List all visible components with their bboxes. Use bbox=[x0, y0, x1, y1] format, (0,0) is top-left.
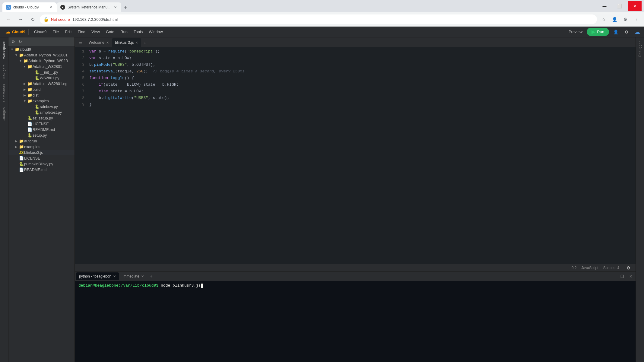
user-icon[interactable]: ☁ bbox=[633, 28, 642, 36]
workspace-label[interactable]: Workspace bbox=[1, 39, 7, 61]
forward-button[interactable]: → bbox=[16, 14, 25, 24]
tree-license[interactable]: 📄 LICENSE bbox=[8, 121, 75, 127]
examples-arrow: ▼ bbox=[22, 99, 27, 103]
terminal-content[interactable]: debian@beaglebone:/var/lib/cloud9$ node … bbox=[75, 281, 636, 362]
address-input[interactable]: 🔒 Not secure 192.168.7.2:3000/ide.html bbox=[40, 14, 597, 24]
filetree-settings-icon[interactable]: ⚙ bbox=[10, 39, 16, 45]
adafruit2-label: Adafruit_Python_WS2B bbox=[28, 59, 68, 63]
tree-ws2801-py[interactable]: 🐍 WS2801.py bbox=[8, 75, 75, 81]
menu-tools[interactable]: Tools bbox=[131, 28, 146, 35]
root-folder-icon: 📁 bbox=[14, 47, 20, 52]
tree-examples-root[interactable]: ▶ 📁 examples bbox=[8, 144, 75, 150]
security-label: Not secure bbox=[51, 17, 70, 22]
commands-label[interactable]: Commands bbox=[1, 81, 7, 104]
menu-run[interactable]: Run bbox=[117, 28, 131, 35]
menu-window[interactable]: Window bbox=[146, 28, 166, 35]
tree-adafruit-eg[interactable]: ▶ 📁 Adafruit_WS2801.eg bbox=[8, 81, 75, 87]
ez-label: ez_setup.py bbox=[33, 116, 53, 120]
add-tab-button[interactable]: + bbox=[141, 40, 148, 47]
browser-tab-cloud9[interactable]: C9 cloud9 - Cloud9 ✕ bbox=[2, 2, 57, 12]
menu-goto[interactable]: Goto bbox=[103, 28, 117, 35]
editor-tab-blinkusr3[interactable]: blinkusr3.js ✕ bbox=[112, 38, 141, 47]
browser-tabs: C9 cloud9 - Cloud9 ✕ ● System Reference … bbox=[2, 0, 581, 12]
blinkusr3-tab-close[interactable]: ✕ bbox=[135, 41, 138, 45]
init-icon: 🐍 bbox=[34, 70, 40, 75]
root-arrow: ▼ bbox=[10, 48, 14, 51]
tree-examples[interactable]: ▼ 📁 examples bbox=[8, 98, 75, 104]
profile-button[interactable]: 👤 bbox=[610, 15, 619, 24]
tree-pumpkin[interactable]: 🐍 pumpkinBlinky.py bbox=[8, 161, 75, 167]
menu-cloud9[interactable]: Cloud9 bbox=[31, 28, 49, 35]
share-icon[interactable]: 👤 bbox=[611, 28, 620, 36]
simpletest-icon: 🐍 bbox=[34, 110, 40, 115]
tree-readme[interactable]: 📄 README.md bbox=[8, 127, 75, 132]
run-button[interactable]: ▶ Run bbox=[587, 28, 609, 36]
immediate-term-close[interactable]: ✕ bbox=[141, 275, 144, 278]
filetree-refresh-icon[interactable]: ↻ bbox=[17, 39, 23, 45]
terminal-close-btn[interactable]: ✕ bbox=[627, 273, 634, 280]
tree-autorun[interactable]: ▶ 📁 autorun bbox=[8, 138, 75, 144]
editor-settings-icon[interactable]: ⚙ bbox=[624, 264, 633, 272]
tree-root[interactable]: ▼ 📁 cloud9 bbox=[8, 46, 75, 52]
code-line-4: setInterval(toggle, 250); // toggle 4 ti… bbox=[89, 68, 636, 75]
menu-file[interactable]: File bbox=[49, 28, 62, 35]
welcome-tab-label: Welcome bbox=[89, 40, 104, 45]
tree-simpletest[interactable]: 🐍 simpletest.py bbox=[8, 110, 75, 115]
maximize-button[interactable]: ⬜ bbox=[613, 1, 627, 11]
tabbar-hamburger[interactable]: ☰ bbox=[76, 38, 84, 47]
tree-blinkusr3[interactable]: JS blinkusr3.js bbox=[8, 150, 75, 155]
back-button[interactable]: ← bbox=[4, 14, 13, 24]
terminal-restore-btn[interactable]: ❐ bbox=[619, 273, 626, 280]
menu-find[interactable]: Find bbox=[75, 28, 88, 35]
examples-root-arrow: ▶ bbox=[14, 145, 19, 148]
python-term-close[interactable]: ✕ bbox=[113, 275, 116, 278]
pumpkin-label: pumpkinBlinky.py bbox=[24, 162, 53, 166]
tab-close-cloud9[interactable]: ✕ bbox=[48, 5, 53, 10]
terminal-tab-python[interactable]: python - "beaglebon ✕ bbox=[76, 272, 119, 280]
tree-build[interactable]: ▶ 📁 build bbox=[8, 87, 75, 92]
eg-icon: 📁 bbox=[27, 81, 33, 86]
debugger-label[interactable]: Debugger bbox=[637, 39, 643, 59]
tree-dist[interactable]: ▶ 📁 dist bbox=[8, 92, 75, 98]
cloud9-favicon: C9 bbox=[6, 5, 11, 10]
tree-adafruit2[interactable]: ▼ 📁 Adafruit_Python_WS2B bbox=[8, 58, 75, 64]
menu-view[interactable]: View bbox=[88, 28, 103, 35]
readme-icon: 📄 bbox=[27, 127, 33, 132]
tree-init-py[interactable]: 🐍 __init__.py bbox=[8, 69, 75, 75]
tab-title-github: System Reference Manu... bbox=[68, 5, 110, 9]
settings-icon[interactable]: ⚙ bbox=[622, 28, 631, 36]
add-terminal-button[interactable]: + bbox=[148, 273, 155, 280]
menu-edit[interactable]: Edit bbox=[62, 28, 75, 35]
changes-label[interactable]: Changes bbox=[1, 105, 7, 124]
address-bar: ← → ↻ 🔒 Not secure 192.168.7.2:3000/ide.… bbox=[0, 12, 644, 27]
browser-tab-github[interactable]: ● System Reference Manu... ✕ bbox=[57, 2, 121, 12]
more-button[interactable]: ⋮ bbox=[632, 15, 640, 24]
tree-setup[interactable]: 🐍 setup.py bbox=[8, 132, 75, 138]
adafruit2-arrow: ▼ bbox=[18, 59, 23, 62]
bookmark-button[interactable]: ☆ bbox=[599, 15, 608, 24]
close-button[interactable]: ✕ bbox=[628, 1, 642, 11]
terminal-tab-immediate[interactable]: Immediate ✕ bbox=[119, 272, 147, 280]
code-content[interactable]: var b = require('bonescript'); var state… bbox=[87, 47, 636, 264]
new-tab-button[interactable]: + bbox=[121, 4, 130, 12]
readme-label: README.md bbox=[33, 128, 55, 132]
welcome-tab-close[interactable]: ✕ bbox=[106, 41, 109, 45]
minimize-button[interactable]: — bbox=[598, 1, 611, 11]
build-label: build bbox=[33, 87, 40, 92]
editor-tab-welcome[interactable]: Welcome ✕ bbox=[86, 38, 112, 47]
tree-license-root[interactable]: 📄 LICENSE bbox=[8, 155, 75, 161]
code-editor[interactable]: 12345 6789 var b = require('bonescript')… bbox=[75, 47, 636, 264]
tab-close-github[interactable]: ✕ bbox=[113, 5, 118, 10]
settings-button[interactable]: ⚙ bbox=[621, 15, 630, 24]
preview-button[interactable]: Preview bbox=[564, 28, 587, 35]
terminal-line: debian@beaglebone:/var/lib/cloud9$ node … bbox=[78, 283, 632, 288]
terminal-command: node blinkusr3.js bbox=[158, 283, 201, 288]
tree-readme-root[interactable]: 📄 README.md bbox=[8, 167, 75, 173]
refresh-button[interactable]: ↻ bbox=[28, 14, 37, 24]
tree-adafruit-ws2801[interactable]: ▼ 📁 Adafruit_WS2801 bbox=[8, 64, 75, 69]
navigate-label[interactable]: Navigate bbox=[1, 62, 7, 81]
tree-ez-setup[interactable]: 🐍 ez_setup.py bbox=[8, 115, 75, 121]
tree-rainbow[interactable]: 🐍 rainbow.py bbox=[8, 104, 75, 110]
tree-adafruit1[interactable]: ▼ 📁 Adafruit_Python_WS2801 bbox=[8, 52, 75, 58]
terminal-prompt: debian@beaglebone:/var/lib/cloud9$ bbox=[78, 283, 158, 288]
